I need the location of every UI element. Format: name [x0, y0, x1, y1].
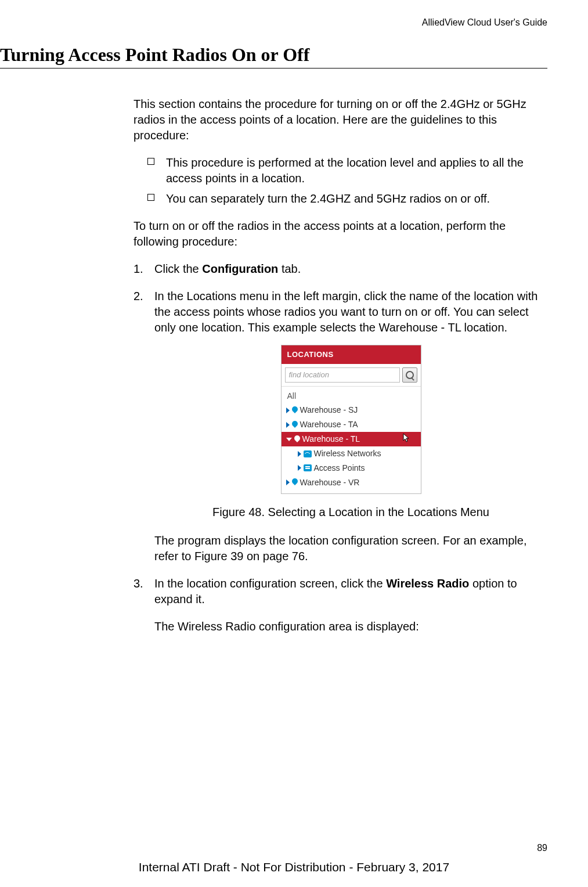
step-number: 3.	[134, 576, 143, 592]
pin-icon	[292, 421, 298, 429]
pin-icon	[292, 406, 298, 414]
step-bold: Wireless Radio	[386, 577, 469, 590]
location-label: Warehouse - SJ	[300, 405, 358, 416]
after-step3-text: The Wireless Radio configuration area is…	[154, 619, 547, 634]
search-button[interactable]	[402, 367, 417, 383]
guideline-item: You can separately turn the 2.4GHZ and 5…	[134, 191, 547, 207]
bullet-icon	[147, 158, 154, 165]
step-post: tab.	[278, 262, 301, 275]
locations-search-row: find location	[282, 364, 421, 387]
expand-icon	[286, 408, 290, 413]
section-title: Turning Access Point Radios On or Off	[0, 44, 547, 66]
locations-list: All Warehouse - SJ Warehouse - TA	[282, 387, 421, 493]
pin-icon	[294, 435, 300, 444]
figure-caption: Figure 48. Selecting a Location in the L…	[154, 504, 547, 520]
page-number: 89	[537, 843, 547, 853]
step-1: 1. Click the Configuration tab.	[134, 261, 547, 277]
location-item-ta[interactable]: Warehouse - TA	[282, 417, 421, 432]
pin-icon	[292, 478, 298, 486]
expand-icon	[286, 422, 290, 428]
after-figure-text: The program displays the location config…	[154, 533, 547, 564]
step-text: In the location configuration screen, cl…	[154, 577, 517, 605]
find-location-input[interactable]: find location	[285, 367, 400, 383]
cursor-icon	[402, 433, 410, 444]
bullet-icon	[147, 194, 154, 201]
step-text: In the Locations menu in the left margin…	[154, 290, 538, 334]
location-item-tl-selected[interactable]: Warehouse - TL	[282, 432, 421, 446]
step-text: Click the Configuration tab.	[154, 262, 301, 275]
step-2: 2. In the Locations menu in the left mar…	[134, 289, 547, 564]
intro-paragraph: This section contains the procedure for …	[134, 96, 547, 143]
access-point-icon	[304, 464, 312, 471]
locations-all[interactable]: All	[282, 389, 421, 403]
locations-panel-header: LOCATIONS	[282, 345, 421, 364]
step-pre: In the location configuration screen, cl…	[154, 577, 386, 590]
step-pre: Click the	[154, 262, 202, 275]
doc-header: AlliedView Cloud User's Guide	[0, 17, 547, 28]
section-rule	[0, 68, 547, 68]
location-label: Wireless Networks	[314, 448, 381, 459]
procedure-list: 1. Click the Configuration tab. 2. In th…	[134, 261, 547, 634]
location-label: Access Points	[314, 463, 365, 474]
guideline-list: This procedure is performed at the locat…	[134, 155, 547, 207]
step-bold: Configuration	[202, 262, 278, 275]
footer-text: Internal ATI Draft - Not For Distributio…	[0, 860, 588, 874]
step-number: 2.	[134, 289, 143, 304]
figure-48: LOCATIONS find location All	[154, 345, 547, 494]
expand-icon	[298, 465, 301, 471]
collapse-icon	[286, 438, 292, 441]
guideline-text: You can separately turn the 2.4GHZ and 5…	[166, 192, 490, 205]
step-3: 3. In the location configuration screen,…	[134, 576, 547, 634]
location-sub-access-points[interactable]: Access Points	[282, 461, 421, 475]
step-number: 1.	[134, 261, 143, 277]
expand-icon	[298, 451, 301, 457]
expand-icon	[286, 479, 290, 485]
wifi-icon	[304, 450, 312, 457]
location-label: Warehouse - TL	[302, 434, 360, 445]
locations-panel: LOCATIONS find location All	[281, 345, 421, 494]
location-label: Warehouse - VR	[300, 477, 360, 488]
lead-paragraph: To turn on or off the radios in the acce…	[134, 218, 547, 250]
location-sub-wireless-networks[interactable]: Wireless Networks	[282, 446, 421, 461]
location-item-vr[interactable]: Warehouse - VR	[282, 475, 421, 490]
location-item-sj[interactable]: Warehouse - SJ	[282, 403, 421, 417]
location-label: Warehouse - TA	[300, 419, 358, 430]
guideline-item: This procedure is performed at the locat…	[134, 155, 547, 186]
guideline-text: This procedure is performed at the locat…	[166, 156, 524, 185]
search-icon	[406, 371, 414, 379]
